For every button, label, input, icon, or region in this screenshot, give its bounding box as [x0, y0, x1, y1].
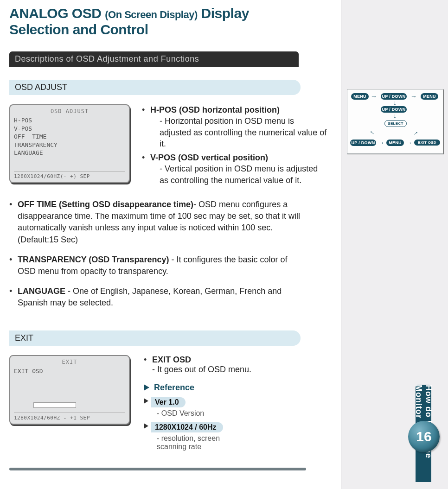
chip-menu: MENU: [386, 140, 404, 146]
lang-head: LANGUAGE: [18, 286, 65, 296]
vpos-item: • V-POS (OSD vertical position) - Vertic…: [142, 152, 334, 186]
chip-menu: MENU: [351, 93, 369, 100]
chip-updown: UP / DOWN: [381, 106, 407, 113]
exit-body: - It goes out of OSD menu.: [152, 365, 251, 374]
arrow-icon: →: [410, 128, 420, 138]
transp-head: TRANSPARENCY (OSD Transparency): [18, 255, 169, 264]
osd-box1-item: TRANSPARENCY: [14, 141, 125, 149]
osd-adjust-screenshot: OSD ADJUST H-POS V-POS OFF TIME TRANSPAR…: [9, 104, 130, 183]
transparency-item: • TRANSPARENCY (OSD Transparency) - It c…: [9, 254, 306, 277]
exit-head: EXIT OSD: [152, 355, 191, 364]
title-post1: Display: [201, 6, 249, 21]
arrow-icon: →: [371, 93, 377, 100]
arrow-icon: →: [410, 93, 417, 100]
pill-resolution: 1280X1024 / 60Hz: [151, 422, 223, 432]
side-panel: MENU UP / DOWN MENU → → UP / DOWN → SELE…: [341, 0, 448, 489]
arrow-icon: →: [406, 139, 412, 146]
title-post2: Selection and Control: [9, 22, 148, 37]
osd-box1-item: V-POS: [14, 125, 125, 133]
osd-box1-status: 1280X1024/60HZ(- +) SEP: [14, 171, 125, 179]
hpos-l1: - Horizontal position in OSD menu is: [150, 115, 334, 127]
hpos-l2: adjusted as controlling the numerical va…: [150, 127, 334, 150]
reference-label: Reference: [144, 383, 334, 393]
osd-box1-item: LANGUAGE: [14, 149, 125, 157]
chip-menu: MENU: [421, 93, 438, 100]
offtime-item: • OFF TIME (Setting OSD disappearance ti…: [9, 199, 306, 246]
arrow-icon: →: [367, 128, 377, 138]
offtime-head: OFF TIME (Setting OSD disappearance time…: [18, 200, 193, 209]
chip-select: SELECT: [384, 120, 407, 127]
page-number: 16: [408, 421, 440, 452]
language-item: • LANGUAGE - One of English, Japanese, K…: [9, 286, 306, 309]
title-pre: ANALOG OSD: [9, 6, 101, 21]
arrow-icon: →: [378, 139, 384, 146]
descriptions-bar: Descriptions of OSD Adjustment and Funct…: [9, 51, 299, 67]
osd-box2-slider: [33, 402, 76, 408]
pill2-row: 1280X1024 / 60Hz: [144, 418, 334, 432]
nav-diagram: MENU UP / DOWN MENU → → UP / DOWN → SELE…: [347, 89, 443, 154]
pill2-desc: - resolution, screen scanning rate: [157, 434, 334, 451]
pill1-desc: - OSD Version: [157, 409, 334, 418]
chip-exit-osd: EXIT OSD: [414, 140, 440, 146]
chip-updown: UP / DOWN: [350, 140, 376, 146]
offtime-default: (Default:15 Sec): [18, 235, 78, 244]
osd-box2-status: 1280X1024/60HZ - +1 SEP: [14, 413, 125, 421]
osd-box2-item: EXIT OSD: [14, 367, 125, 375]
page-title: ANALOG OSD (On Screen Display) Display S…: [9, 6, 334, 38]
osd-box1-item: H-POS: [14, 116, 125, 125]
vpos-l1: - Vertical position in OSD menu is adjus…: [150, 163, 318, 174]
exit-osd-item: • EXIT OSD - It goes out of OSD menu.: [144, 355, 334, 375]
chip-updown: UP / DOWN: [381, 93, 407, 100]
section-osd-adjust: OSD ADJUST: [9, 80, 301, 95]
pill-version: Ver 1.0: [151, 397, 186, 407]
title-paren: (On Screen Display): [105, 9, 198, 20]
exit-screenshot: EXIT EXIT OSD 1280X1024/60HZ - +1 SEP: [9, 355, 130, 425]
arrow-icon: →: [391, 113, 399, 120]
osd-box1-item: OFF TIME: [14, 133, 125, 141]
vpos-l2: as controlling the numerical value of it…: [150, 175, 318, 186]
vpos-head: V-POS (OSD vertical position): [150, 153, 268, 162]
osd-box1-title: OSD ADJUST: [14, 108, 125, 114]
section-exit: EXIT: [9, 330, 301, 346]
footer-rule: [9, 468, 306, 470]
hpos-head: H-POS (OSD horizontal position): [150, 105, 280, 114]
pill1-row: Ver 1.0: [144, 393, 334, 407]
osd-box2-title: EXIT: [14, 359, 125, 365]
hpos-item: • H-POS (OSD horizontal position) - Hori…: [142, 104, 334, 149]
arrow-icon: →: [391, 100, 399, 107]
